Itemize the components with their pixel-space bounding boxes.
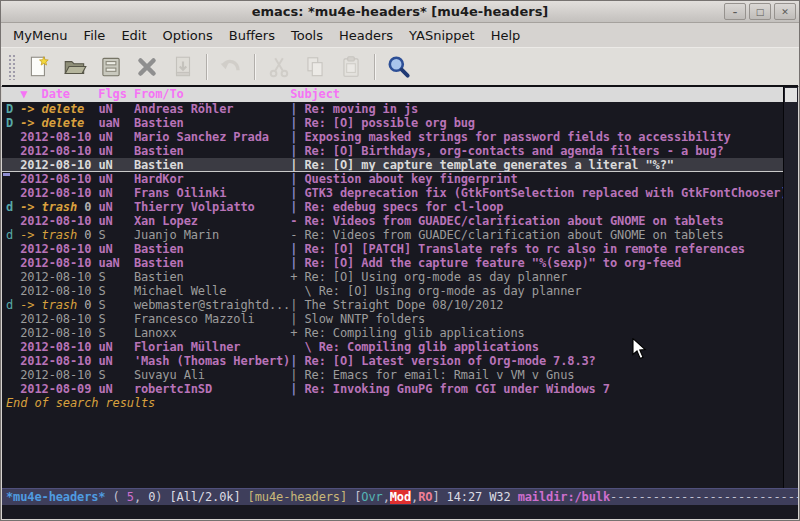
menu-help[interactable]: Help — [483, 26, 529, 45]
modeline-segment: 5 — [127, 490, 134, 504]
message-row[interactable]: 2012-08-10 uN Mario Sanchez Prada | Expo… — [2, 130, 798, 144]
message-mark — [6, 214, 20, 228]
message-mark: d — [6, 228, 20, 242]
message-subject: GTK3 deprecation fix (GtkFontSelection r… — [304, 186, 787, 200]
message-row[interactable]: 2012-08-10 S Lanoxx + Re: Compiling glib… — [2, 326, 798, 340]
message-row[interactable]: 2012-08-10 uN Bastien | Re: [O] Birthday… — [2, 144, 798, 158]
maximize-button[interactable]: □ — [749, 3, 771, 20]
message-row[interactable]: D -> delete uaN Bastien | Re: [O] possib… — [2, 116, 798, 130]
message-subject: Slow NNTP folders — [304, 312, 425, 326]
message-subject: Re: Compiling glib applications — [319, 340, 539, 354]
menu-headers[interactable]: Headers — [331, 26, 401, 45]
search-button[interactable] — [381, 51, 417, 83]
message-row[interactable]: d -> trash 0 S webmaster@straightd...| T… — [2, 298, 798, 312]
close-button[interactable]: ✕ — [774, 3, 796, 20]
window-controls: – □ ✕ — [724, 3, 796, 20]
modeline-segment: maildir:/bulk — [518, 490, 610, 504]
message-date — [84, 116, 98, 130]
mark-action-label: -> trash — [20, 298, 77, 312]
menu-buffers[interactable]: Buffers — [221, 26, 283, 45]
message-date: 0 — [77, 298, 98, 312]
scrollbar[interactable] — [783, 87, 798, 488]
menu-tools[interactable]: Tools — [283, 26, 331, 45]
message-date: 2012-08-10 — [20, 186, 98, 200]
menu-file[interactable]: File — [76, 26, 114, 45]
cut-icon — [266, 54, 292, 80]
message-mark — [6, 256, 20, 270]
message-date — [84, 102, 98, 116]
modeline-segment: [mu4e-headers] — [248, 490, 355, 504]
headers-column-header[interactable]: ▼ Date Flgs From/To Subject — [2, 87, 798, 102]
scrollbar-thumb[interactable] — [785, 88, 797, 102]
thread-separator: | — [290, 312, 304, 326]
message-flags: uN — [98, 158, 134, 172]
message-subject: Re: [O] Add the capture feature "%(sexp)… — [304, 256, 681, 270]
modeline-segment: [All/2.0k] — [169, 490, 247, 504]
open-file-button[interactable] — [57, 51, 93, 83]
message-row[interactable]: 2012-08-10 uN Frans Oilinki | GTK3 depre… — [2, 186, 798, 200]
message-subject: Re: [O] my capture template generates a … — [304, 158, 673, 172]
message-from: Lanoxx — [134, 326, 290, 340]
message-row[interactable]: 2012-08-09 uN robertcInSD | Re: Invoking… — [2, 382, 798, 396]
message-row[interactable]: 2012-08-10 uaN Bastien | Re: [O] Add the… — [2, 256, 798, 270]
undo-button — [213, 51, 249, 83]
message-row[interactable]: 2012-08-10 S Francesco Mazzoli | Slow NN… — [2, 312, 798, 326]
titlebar[interactable]: emacs: *mu4e-headers* [mu4e-headers] – □… — [1, 1, 799, 23]
message-date: 2012-08-10 — [20, 312, 98, 326]
thread-separator: | — [290, 354, 304, 368]
message-mark — [6, 284, 20, 298]
toolbar-separator — [206, 54, 208, 80]
message-flags: S — [98, 228, 134, 242]
new-file-button[interactable] — [21, 51, 57, 83]
message-row[interactable]: 2012-08-10 uN Xan Lopez - Re: Videos fro… — [2, 214, 798, 228]
thread-separator: | — [290, 130, 304, 144]
toolbar-separator — [254, 54, 256, 80]
save-button[interactable] — [93, 51, 129, 83]
delete-icon — [134, 54, 160, 80]
window-title: emacs: *mu4e-headers* [mu4e-headers] — [252, 4, 549, 19]
message-flags: uN — [98, 354, 134, 368]
toolbar-grip[interactable] — [8, 54, 15, 80]
message-row[interactable]: 2012-08-10 S Michael Welle \ Re: [O] Usi… — [2, 284, 798, 298]
message-mark: d — [6, 200, 20, 214]
message-row[interactable]: d -> trash 0 uN Thierry Volpiatto | Re: … — [2, 200, 798, 214]
message-subject: Re: Emacs for email: Rmail v VM v Gnus — [304, 368, 574, 382]
thread-separator: | — [290, 116, 304, 130]
message-row[interactable]: d -> trash 0 S Juanjo Marin - Re: Videos… — [2, 228, 798, 242]
modeline-segment: Ovr — [361, 490, 382, 504]
menu-mymenu[interactable]: MyMenu — [5, 26, 76, 45]
message-row[interactable]: 2012-08-10 uN HardKor | Question about k… — [2, 172, 798, 186]
message-from: Xan Lopez — [134, 214, 290, 228]
message-subject: Re: Invoking GnuPG from CGI under Window… — [304, 382, 610, 396]
message-row[interactable]: 2012-08-10 S Suvayu Ali | Re: Emacs for … — [2, 368, 798, 382]
message-row[interactable]: 2012-08-10 uN 'Mash (Thomas Herbert)| Re… — [2, 354, 798, 368]
message-subject: Question about key fingerprint — [304, 172, 517, 186]
menu-yasnippet[interactable]: YASnippet — [401, 26, 483, 45]
menu-options[interactable]: Options — [155, 26, 221, 45]
message-mark — [6, 340, 20, 354]
message-flags: S — [98, 270, 134, 284]
message-row[interactable]: 2012-08-10 S Bastien + Re: [O] Using org… — [2, 270, 798, 284]
message-flags: uaN — [98, 116, 134, 130]
new-file-icon — [26, 54, 52, 80]
menu-edit[interactable]: Edit — [113, 26, 154, 45]
message-row[interactable]: D -> delete uN Andreas Röhler | Re: movi… — [2, 102, 798, 116]
message-date: 2012-08-10 — [20, 354, 98, 368]
minimize-button[interactable]: – — [724, 3, 746, 20]
message-flags: uaN — [98, 256, 134, 270]
message-date: 2012-08-10 — [20, 368, 98, 382]
delete-button[interactable] — [129, 51, 165, 83]
open-file-icon — [62, 54, 88, 80]
message-row[interactable]: 2012-08-10 uN Bastien | Re: [O] [PATCH] … — [2, 242, 798, 256]
thread-separator: - — [290, 228, 304, 242]
paste-icon — [338, 54, 364, 80]
end-of-results: End of search results — [2, 396, 798, 410]
message-from: Bastien — [134, 116, 290, 130]
message-row[interactable]: 2012-08-10 uN Florian Müllner \ Re: Comp… — [2, 340, 798, 354]
message-row[interactable]: 2012-08-10 uN Bastien | Re: [O] my captu… — [2, 158, 798, 172]
message-flags: uN — [98, 172, 134, 186]
message-subject: Re: [O] Latest version of Org-mode 7.8.3… — [304, 354, 595, 368]
thread-separator: | — [290, 200, 304, 214]
message-date: 0 — [77, 200, 98, 214]
thread-separator: | — [290, 172, 304, 186]
